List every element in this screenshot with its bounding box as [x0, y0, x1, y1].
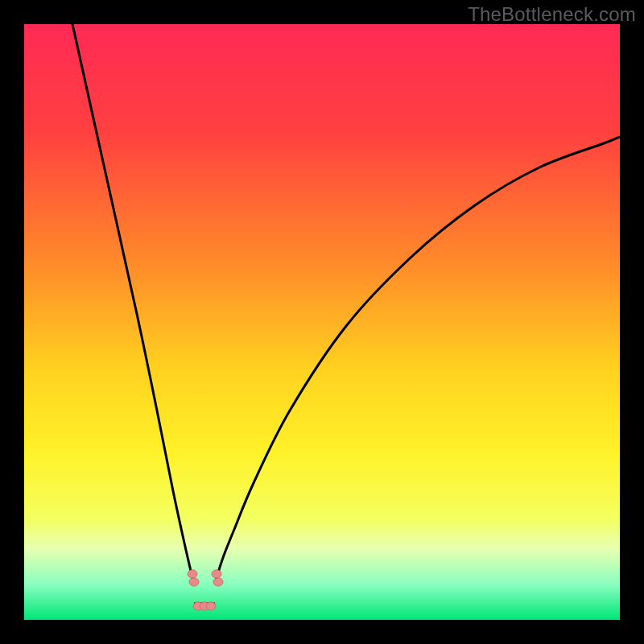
- marker-layer: [24, 24, 620, 620]
- data-marker: [213, 578, 223, 586]
- chart-canvas: TheBottleneck.com: [0, 0, 644, 644]
- data-marker: [189, 578, 199, 586]
- data-marker: [206, 602, 216, 610]
- watermark-text: TheBottleneck.com: [468, 3, 636, 26]
- data-marker: [188, 570, 197, 578]
- plot-area: [24, 24, 620, 620]
- data-marker: [212, 570, 221, 578]
